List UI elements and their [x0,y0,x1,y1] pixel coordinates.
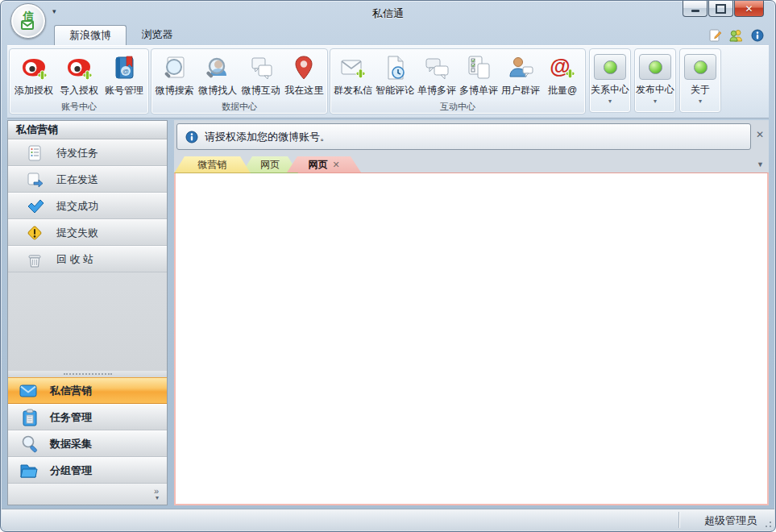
relation-center-dropdown[interactable]: 关系中心 ▾ [589,48,631,113]
resize-grip[interactable] [762,518,772,528]
info-bar-close-icon[interactable]: ✕ [753,128,766,141]
document-content[interactable] [174,172,769,505]
envelope-icon [19,381,40,401]
main-area: 请授权添加您的微博账号。 ✕ 微营销 网页 网页✕ ▼ [174,120,769,505]
about-dropdown[interactable]: 关于 ▾ [679,48,721,113]
nav-group-manage[interactable]: 分组管理 [8,457,167,484]
nav-task-manage[interactable]: 任务管理 [8,404,167,430]
sending-icon [26,171,44,189]
sidebar-item-label: 正在发送 [56,172,98,187]
submit-fail-item[interactable]: 提交失败 [8,219,167,246]
dropdown-label: 关于 [691,83,710,97]
close-button[interactable]: ✕ [734,1,764,17]
screen: 信 ▾ 私信通 ✕ 新浪微博 浏览器 [0,0,776,532]
nav-item-label: 分组管理 [50,463,92,478]
dropdown-label: 发布中心 [636,83,674,97]
ribbon: 添加授权 导入授权 @ 账号管理 账号中心 [7,45,769,118]
map-pin-icon [289,53,318,82]
nav-dm-marketing[interactable]: 私信营销 [8,377,167,404]
checklist-icon [464,53,493,82]
weibo-add-icon [64,53,93,82]
import-auth-button[interactable]: 导入授权 [56,51,102,101]
at-add-icon: @ [548,53,577,82]
maximize-button[interactable] [708,1,733,17]
single-post-multi-comment-button[interactable]: 单博多评 [416,51,458,101]
search-page-icon [160,53,189,82]
tab-wei-marketing[interactable]: 微营销 [174,156,251,173]
task-list-icon [26,144,44,162]
ribbon-button-label: 智能评论 [376,84,414,98]
submit-success-item[interactable]: 提交成功 [8,193,167,219]
info-bar-text: 请授权添加您的微博账号。 [205,130,330,144]
weibo-find-people-button[interactable]: 微博找人 [197,51,240,101]
green-orb-icon [639,54,671,80]
minimize-button[interactable] [683,1,708,17]
sidebar-item-label: 待发任务 [56,146,98,160]
maximize-icon [716,4,726,14]
pending-tasks-item[interactable]: 待发任务 [8,139,167,166]
close-icon: ✕ [745,3,753,15]
user-group-comment-button[interactable]: 用户群评 [500,51,542,101]
publish-center-dropdown[interactable]: 发布中心 ▾ [634,48,676,113]
add-auth-button[interactable]: 添加授权 [11,51,56,101]
tab-close-icon[interactable]: ✕ [332,160,339,169]
chevron-down-icon: ▾ [699,98,702,105]
tab-label: 网页 [308,159,327,170]
ribbon-button-label: 添加授权 [15,84,53,98]
smart-comment-button[interactable]: 智能评论 [374,51,416,101]
svg-text:@: @ [122,68,129,75]
ribbon-button-label: 我在这里 [284,84,323,98]
ribbon-tab-sina-weibo[interactable]: 新浪微博 [54,25,127,45]
nav-item-label: 私信营销 [50,384,92,398]
sidebar-more-button[interactable]: » ▾ [8,484,167,505]
ribbon-button-label: 批量@ [548,84,577,98]
sidebar-splitter[interactable] [8,371,167,377]
tab-list-dropdown-icon[interactable]: ▼ [757,160,764,168]
ribbon-group-data-center: 微博搜索 微博找人 微博互动 [151,48,328,114]
sidebar: 私信营销 待发任务 正在发送 提交成功 提交失败 [7,120,168,505]
window-title: 私信通 [1,6,775,21]
app-window: 信 ▾ 私信通 ✕ 新浪微博 浏览器 [0,0,776,532]
info-bar: 请授权添加您的微博账号。 [176,123,751,150]
mail-add-icon [338,53,367,82]
users-icon[interactable] [729,28,743,42]
document-tab-strip: 微营销 网页 网页✕ ▼ [174,156,769,172]
weibo-search-button[interactable]: 微博搜索 [153,51,197,101]
mass-dm-button[interactable]: 群发私信 [332,51,374,101]
edit-note-icon[interactable] [708,28,722,42]
sending-item[interactable]: 正在发送 [8,166,167,193]
success-check-icon [26,197,44,215]
account-manage-button[interactable]: @ 账号管理 [102,51,147,101]
app-menu-button[interactable]: 信 [10,3,46,39]
status-bar: 超级管理员 [2,509,774,530]
multi-post-single-comment-button[interactable]: 多博单评 [458,51,500,101]
nav-data-collect[interactable]: 数据采集 [8,430,167,457]
dropdown-label: 关系中心 [591,83,629,97]
im-here-button[interactable]: 我在这里 [283,51,326,101]
app-logo-icon: 信 [16,9,40,33]
ribbon-group-account-center: 添加授权 导入授权 @ 账号管理 账号中心 [9,48,149,114]
search-icon [19,434,40,454]
ribbon-button-label: 账号管理 [105,84,143,98]
batch-at-button[interactable]: @ 批量@ [542,51,583,101]
sidebar-header: 私信营销 [8,121,167,139]
tab-webpage-2-active[interactable]: 网页✕ [287,156,361,172]
sidebar-item-label: 提交成功 [56,199,98,214]
ribbon-group-label: 互动中心 [331,101,584,113]
recycle-bin-item[interactable]: 回 收 站 [8,246,167,272]
ribbon-tab-row: 新浪微博 浏览器 [7,25,769,45]
person-chat-icon [506,53,535,82]
sidebar-empty-area [8,272,167,371]
titlebar[interactable]: 信 ▾ 私信通 ✕ [1,1,775,25]
clipboard-icon [19,408,40,427]
tab-label: 微营销 [198,159,227,170]
chevron-down-icon: ▾ [156,495,159,501]
svg-text:信: 信 [23,10,35,22]
weibo-interact-button[interactable]: 微博互动 [239,51,283,101]
ribbon-button-label: 多博单评 [459,84,498,98]
minimize-icon [691,10,699,12]
sidebar-item-label: 提交失败 [56,226,98,240]
info-icon[interactable] [750,28,764,42]
ribbon-tab-browser[interactable]: 浏览器 [128,25,186,44]
status-user: 超级管理员 [704,513,757,528]
